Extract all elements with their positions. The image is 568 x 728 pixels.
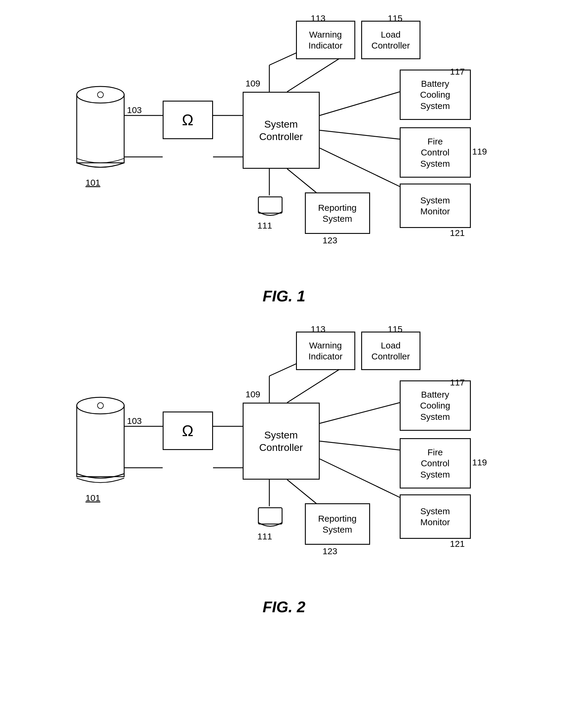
system-monitor-box-fig2: SystemMonitor xyxy=(400,494,471,539)
fire-control-box-fig1: FireControlSystem xyxy=(400,127,471,178)
num-113-fig1: 113 xyxy=(311,13,326,23)
battery-cylinder xyxy=(74,80,127,175)
figure-1-container: 101 103 105 Ω 109 SystemController Warni… xyxy=(47,12,521,305)
fig1-label: FIG. 1 xyxy=(262,287,305,305)
resistor-box-fig2: Ω xyxy=(163,412,213,450)
load-controller-box-fig1: LoadController xyxy=(361,21,421,59)
svg-rect-28 xyxy=(77,406,124,477)
num-121-fig1: 121 xyxy=(450,228,465,238)
fire-control-box-fig2: FireControlSystem xyxy=(400,438,471,488)
battery-cooling-box-fig2: BatteryCoolingSystem xyxy=(400,380,471,431)
num-113-fig2: 113 xyxy=(311,324,326,334)
svg-rect-12 xyxy=(77,95,124,163)
fig2-diagram: 101 103 105 Ω 109 SystemController Warni… xyxy=(62,323,506,589)
svg-point-13 xyxy=(77,86,124,103)
fig2-label: FIG. 2 xyxy=(262,598,305,616)
num-101-fig1: 101 xyxy=(86,178,100,188)
reporting-system-box-fig1: ReportingSystem xyxy=(305,192,370,234)
svg-line-23 xyxy=(320,403,400,423)
num-119-fig1: 119 xyxy=(472,147,487,157)
system-monitor-box-fig1: SystemMonitor xyxy=(400,184,471,228)
svg-line-9 xyxy=(320,148,400,187)
load-controller-box-fig2: LoadController xyxy=(361,332,421,370)
battery-cooling-box-fig1: BatteryCoolingSystem xyxy=(400,70,471,120)
small-device-fig1 xyxy=(257,195,283,220)
num-111-fig2: 111 xyxy=(257,531,272,541)
num-115-fig2: 115 xyxy=(388,324,403,334)
svg-line-10 xyxy=(287,169,320,195)
svg-line-8 xyxy=(320,130,400,139)
num-101-fig2: 101 xyxy=(86,493,100,503)
svg-rect-31 xyxy=(258,508,282,524)
svg-line-26 xyxy=(287,480,320,506)
num-117-fig2: 117 xyxy=(450,377,465,388)
num-115-fig1: 115 xyxy=(388,13,403,23)
system-controller-box-fig2: SystemController xyxy=(243,403,320,480)
svg-line-7 xyxy=(320,92,400,115)
svg-line-25 xyxy=(320,459,400,497)
num-109-fig1: 109 xyxy=(245,78,260,89)
num-111-fig1: 111 xyxy=(257,221,272,231)
num-123-fig1: 123 xyxy=(323,235,338,245)
num-103-fig1: 103 xyxy=(127,105,142,115)
resistor-box-fig1: Ω xyxy=(163,101,213,139)
reporting-system-box-fig2: ReportingSystem xyxy=(305,503,370,545)
svg-line-24 xyxy=(320,441,400,450)
warning-indicator-box-fig1: WarningIndicator xyxy=(296,21,355,59)
small-device-fig2 xyxy=(257,506,283,531)
battery-cylinder-fig2 xyxy=(74,391,127,491)
num-119-fig2: 119 xyxy=(472,457,487,467)
num-103-fig2: 103 xyxy=(127,416,142,426)
num-121-fig2: 121 xyxy=(450,539,465,549)
svg-rect-15 xyxy=(258,197,282,213)
system-controller-box-fig1: SystemController xyxy=(243,92,320,169)
num-109-fig2: 109 xyxy=(245,389,260,399)
warning-indicator-box-fig2: WarningIndicator xyxy=(296,332,355,370)
svg-point-29 xyxy=(77,397,124,414)
num-123-fig2: 123 xyxy=(323,546,338,556)
figure-2-container: 101 103 105 Ω 109 SystemController Warni… xyxy=(47,323,521,616)
num-117-fig1: 117 xyxy=(450,67,465,77)
fig1-diagram: 101 103 105 Ω 109 SystemController Warni… xyxy=(62,12,506,278)
